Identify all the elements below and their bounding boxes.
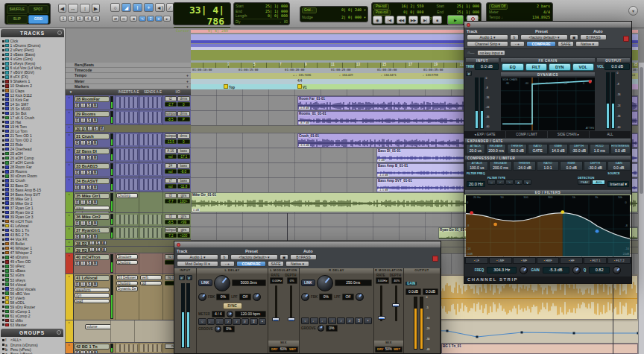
phase-button[interactable]: ø xyxy=(186,275,192,280)
input-monitor-button[interactable]: I xyxy=(80,155,86,160)
q-value[interactable]: 0.82 xyxy=(589,267,610,274)
ruler-label[interactable]: Markers+ xyxy=(66,84,191,89)
bypass-button[interactable]: BYPASS xyxy=(290,254,317,260)
input-monitor-button[interactable]: I xyxy=(80,282,86,287)
inserts-cell[interactable] xyxy=(115,133,139,147)
note-duration-button[interactable]: ♪ xyxy=(328,317,336,324)
insert-plugin[interactable]: D3 DeEsser xyxy=(116,275,138,280)
input-monitor-button[interactable]: I xyxy=(89,241,95,246)
send-slots[interactable] xyxy=(140,228,162,238)
track-show-dot[interactable] xyxy=(2,49,4,51)
track-color-tab[interactable]: ▸ xyxy=(66,95,74,110)
gate-graph[interactable]: SIDE CHAIN -80-60-40-200 ATTEN xyxy=(501,78,595,130)
zoom-left-arrow-icon[interactable]: ◀ xyxy=(58,4,66,13)
track-show-dot[interactable] xyxy=(2,261,4,263)
mode-shuffle[interactable]: SHUFFLE xyxy=(7,5,28,14)
clip-gain-badge[interactable]: -1.0 dB xyxy=(378,174,389,177)
track-show-dot[interactable] xyxy=(2,139,4,142)
preset-inc-dec[interactable]: - + xyxy=(510,41,525,47)
ruler-add-icon[interactable]: + xyxy=(186,84,189,89)
record-enable-button[interactable]: O xyxy=(75,221,80,226)
send-assignment[interactable]: verb xyxy=(140,275,162,280)
insert-plugin[interactable]: ChoGtrp xyxy=(116,193,138,198)
sends-cell[interactable] xyxy=(139,95,162,110)
track-show-dot[interactable] xyxy=(2,288,4,290)
compare-button[interactable]: COMPARE xyxy=(526,41,556,47)
io-pan[interactable]: 0 xyxy=(177,102,190,107)
compressor-param[interactable]: DEPTH-30.0 dB xyxy=(584,161,607,171)
io-cell[interactable]: noinputdrms -13.50 xyxy=(162,133,191,147)
track-show-dot[interactable] xyxy=(2,279,4,281)
l-link-button[interactable]: LINK xyxy=(198,279,212,286)
track-color-tab[interactable]: ▸ xyxy=(66,192,74,212)
sends-cell[interactable] xyxy=(139,227,162,239)
track-show-dot[interactable] xyxy=(2,40,4,42)
io-input[interactable]: noinput xyxy=(165,133,177,139)
track-color-tab[interactable]: ▸ xyxy=(66,148,74,162)
io-input[interactable]: t2 xyxy=(165,96,177,101)
track-show-dot[interactable] xyxy=(2,58,4,60)
groove-knob[interactable] xyxy=(318,325,324,332)
r-mix-control[interactable]: DRY50%WET xyxy=(375,347,402,353)
l-depth-value[interactable]: 0% xyxy=(287,277,297,284)
record-enable-button[interactable]: O xyxy=(75,155,80,160)
expander-param[interactable]: ATTACK20.0 us xyxy=(466,144,486,154)
send-slots[interactable] xyxy=(140,179,162,190)
track-show-dot[interactable] xyxy=(2,301,4,303)
track-name[interactable]: 29 Rooms xyxy=(75,111,110,117)
ruler-add-icon[interactable]: + xyxy=(186,79,189,83)
mute-button[interactable]: M xyxy=(92,170,98,175)
mute-button[interactable]: M xyxy=(92,185,98,190)
record-enable-button[interactable]: O xyxy=(75,234,80,239)
r-depth-slider[interactable] xyxy=(395,285,397,321)
peak-button[interactable]: PEAK xyxy=(578,180,591,185)
clip-gain-badge[interactable]: 0 dB xyxy=(192,209,200,212)
l-delay-time[interactable]: 5000.0ms xyxy=(232,279,267,286)
send-slots[interactable] xyxy=(140,112,162,123)
io-pan[interactable]: -8.0 xyxy=(177,169,190,174)
solo-button[interactable]: S xyxy=(86,261,92,266)
preset-inc-dec[interactable]: - + xyxy=(220,261,235,267)
slider-thumb[interactable] xyxy=(288,317,295,321)
track-show-dot[interactable] xyxy=(2,297,4,299)
clip-gain-badge[interactable]: -3.3 dB xyxy=(299,144,310,148)
track-name[interactable]: 42 BG 1 Tn xyxy=(75,344,110,350)
track-selector[interactable]: Audio 1 ▾ xyxy=(177,254,218,260)
record-enable-button[interactable]: O xyxy=(75,103,80,108)
track-show-dot[interactable] xyxy=(2,202,4,204)
mode-spot[interactable]: SPOT xyxy=(28,5,49,14)
io-pan[interactable]: <99 xyxy=(177,220,190,225)
scroll-playhead-icon[interactable]: ≡ xyxy=(155,16,162,22)
track-show-dot[interactable] xyxy=(2,306,4,308)
eq-band-button[interactable]: FILT 1 xyxy=(584,257,607,264)
inserts-cell[interactable] xyxy=(115,95,139,110)
insert-slots[interactable] xyxy=(116,179,138,190)
filter-freq-value[interactable]: 20.0 Hz xyxy=(467,181,485,187)
track-name[interactable]: 30 D xyxy=(75,126,86,131)
note-duration-button[interactable]: ♪ xyxy=(224,318,233,325)
track-show-dot[interactable] xyxy=(2,162,4,164)
clip-gain-badge[interactable]: -1.5 dB xyxy=(378,189,389,192)
send-slots[interactable] xyxy=(140,134,162,145)
input-monitor-button[interactable]: I xyxy=(80,118,86,123)
expander-param[interactable]: RATIOGATE xyxy=(528,144,548,154)
track-show-dot[interactable] xyxy=(2,103,4,105)
io-pan[interactable]: 100> xyxy=(177,199,190,204)
track-show-dot[interactable] xyxy=(2,107,4,110)
fx-chain-button[interactable]: EQ xyxy=(502,63,524,71)
filter-type-button[interactable]: ∨ xyxy=(523,180,531,185)
track-show-dot[interactable] xyxy=(2,315,4,317)
io-cell[interactable]: noinputdrms -8.5P xyxy=(162,110,191,124)
sync-button[interactable]: SYNC xyxy=(223,303,242,310)
track-show-dot[interactable] xyxy=(2,67,4,69)
solo-button[interactable]: S xyxy=(86,170,92,175)
target-button[interactable] xyxy=(432,256,438,262)
track-show-dot[interactable] xyxy=(2,215,4,218)
sends-column-header[interactable]: SENDS A-E xyxy=(141,89,165,95)
avg-button[interactable]: AVG xyxy=(592,180,605,185)
track-color-tab[interactable]: ▸ xyxy=(66,227,74,239)
play-button[interactable]: ▶ xyxy=(447,15,464,25)
send-assignment[interactable]: ddl xyxy=(140,281,162,286)
ruler-label[interactable]: Timecode xyxy=(66,68,191,73)
zoom-vertical-icon[interactable]: ↕ xyxy=(80,4,90,13)
